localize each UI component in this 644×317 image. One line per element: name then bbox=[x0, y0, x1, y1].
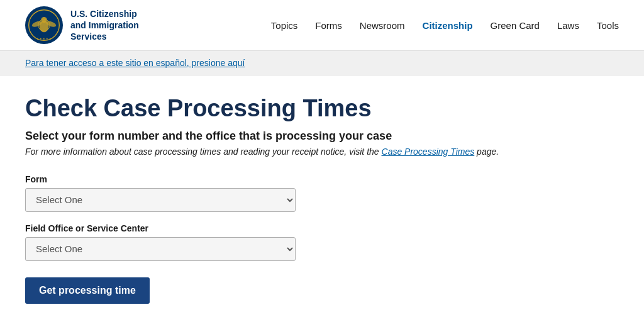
agency-seal: ★ ★ ★ ★ ★ bbox=[25, 6, 63, 44]
form-select[interactable]: Select One bbox=[25, 188, 296, 212]
nav-item-forms[interactable]: Forms bbox=[315, 20, 342, 31]
logo-area: ★ ★ ★ ★ ★ U.S. Citizenship and Immigrati… bbox=[25, 6, 139, 44]
form-field-group: Form Select One bbox=[25, 174, 296, 212]
processing-time-form: Form Select One Field Office or Service … bbox=[25, 174, 296, 304]
nav-item-laws[interactable]: Laws bbox=[557, 20, 579, 31]
org-name-line2: and Immigration bbox=[70, 20, 139, 30]
org-name: U.S. Citizenship and Immigration Service… bbox=[70, 8, 139, 43]
main-content: Check Case Processing Times Select your … bbox=[0, 75, 604, 317]
nav-item-topics[interactable]: Topics bbox=[271, 20, 298, 31]
page-description: For more information about case processi… bbox=[25, 147, 579, 157]
main-nav: Topics Forms Newsroom Citizenship Green … bbox=[271, 20, 619, 31]
page-subtitle: Select your form number and the office t… bbox=[25, 130, 579, 143]
org-name-line3: Services bbox=[70, 31, 107, 42]
page-description-prefix: For more information about case processi… bbox=[25, 147, 382, 157]
spanish-language-link[interactable]: Para tener acceso a este sitio en españo… bbox=[25, 58, 245, 68]
office-field-group: Field Office or Service Center Select On… bbox=[25, 223, 296, 261]
get-processing-time-button[interactable]: Get processing time bbox=[25, 277, 150, 304]
svg-point-6 bbox=[41, 17, 47, 23]
nav-item-tools[interactable]: Tools bbox=[597, 20, 619, 31]
org-name-line1: U.S. Citizenship bbox=[70, 9, 137, 19]
nav-item-green-card[interactable]: Green Card bbox=[491, 20, 540, 31]
case-processing-times-link[interactable]: Case Processing Times bbox=[382, 147, 475, 157]
page-description-suffix: page. bbox=[474, 147, 499, 157]
site-header: ★ ★ ★ ★ ★ U.S. Citizenship and Immigrati… bbox=[0, 0, 644, 51]
nav-item-newsroom[interactable]: Newsroom bbox=[360, 20, 405, 31]
spanish-language-bar: Para tener acceso a este sitio en españo… bbox=[0, 51, 644, 75]
page-title: Check Case Processing Times bbox=[25, 94, 579, 123]
office-select[interactable]: Select One bbox=[25, 237, 296, 261]
office-field-label: Field Office or Service Center bbox=[25, 223, 296, 233]
svg-text:★ ★ ★ ★ ★: ★ ★ ★ ★ ★ bbox=[36, 38, 52, 40]
form-field-label: Form bbox=[25, 174, 296, 184]
nav-item-citizenship[interactable]: Citizenship bbox=[423, 20, 473, 31]
